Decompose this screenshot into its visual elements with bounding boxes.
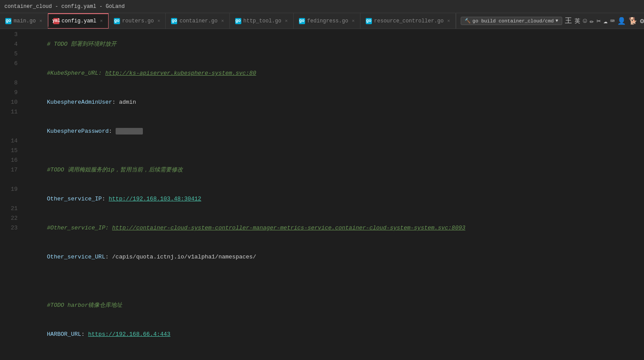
code-line-3: # TODO 部署到环境时放开 [26,30,644,59]
go-icon: go [171,18,177,24]
yaml-key: KubespherePassword [47,128,109,135]
code-line-16: HARBOR_ADMIN_USERNAME: admin [26,349,644,360]
build-icon: 🔨 [465,18,471,24]
yaml-colon: : [102,196,109,202]
build-dropdown-icon[interactable]: ▼ [556,18,558,23]
tab-close-btn[interactable]: × [447,18,450,24]
tab-label: fedingress.go [307,18,349,24]
yaml-key: Other_service_URL [47,254,106,260]
build-label: go build container_cloud/cmd [473,18,554,24]
code-line-5: KubesphereAdminUser: admin [26,88,644,117]
tab-label: routers.go [122,18,154,24]
code-line-15: HARBOR_URL: https://192.168.66.4:443 [26,320,644,349]
code-editor[interactable]: # TODO 部署到环境时放开 #KubeSphere_URL: http://… [22,29,644,360]
code-line-7 [26,146,644,156]
window-title: container_cloud - config.yaml - GoLand [4,4,125,10]
toolbar-right: 🔨 go build container_cloud/cmd ▼ 王 英 ☺ ✏… [456,13,644,29]
tab-http-tool-go[interactable]: go http_tool.go × [230,13,294,29]
emoji-icon[interactable]: ☺ [583,17,587,25]
user-icon[interactable]: 👤 [617,17,626,25]
code-line-4: #KubeSphere_URL: http://ks-apiserver.kub… [26,59,644,88]
line-numbers: 3 4 5 6 8 9 10 11 14 15 16 17 19 21 22 2… [0,29,22,360]
yaml-colon: : [112,99,119,105]
code-line-14: #TODO harbor镜像仓库地址 [26,291,644,320]
tab-close-btn[interactable]: × [352,18,355,24]
go-icon: go [366,18,372,24]
titlebar: container_cloud - config.yaml - GoLand [0,0,644,13]
tab-close-btn[interactable]: × [100,18,103,24]
go-icon: go [299,18,305,24]
tab-routers-go[interactable]: go routers.go × [109,13,166,29]
code-line-10: #Other_service_IP: http://container-clou… [26,214,644,243]
yaml-value: /capis/quota.ictnj.io/v1alpha1/namespace… [112,254,256,260]
code-line-9: Other_service_IP: http://192.168.103.48:… [26,185,644,214]
keyboard-icon[interactable]: ⌨ [610,17,615,25]
code-line-13 [26,281,644,291]
yaml-colon: : [81,331,88,338]
yaml-icon: yml [53,18,59,24]
yaml-colon: : [109,128,116,135]
comment-text: # TODO 部署到环境时放开 [47,41,117,47]
comment-text: #KubeSphere_URL: [47,70,106,76]
editor: 3 4 5 6 8 9 10 11 14 15 16 17 19 21 22 2… [0,29,644,360]
blurred-value: ██ ████ [116,128,143,135]
code-line-11: Other_service_URL: /capis/quota.ictnj.io… [26,243,644,272]
yaml-url-value: https://192.168.66.4:443 [88,331,170,338]
code-line-6: KubespherePassword: ██ ████ [26,117,644,146]
comment-text: #Other_service_IP: [47,225,112,231]
comment-text: #TODO 调用梅姐服务的ip，暂用当前，后续需要修改 [47,167,183,173]
yaml-colon: : [105,254,112,260]
tab-close-btn[interactable]: × [157,18,160,24]
yaml-url-value: http://192.168.103.48:30412 [109,196,201,202]
icon-wang[interactable]: 王 [565,16,572,25]
tab-main-go[interactable]: go main.go × [0,13,48,29]
dog-icon[interactable]: 🐕 [629,17,637,25]
icon-ying[interactable]: 英 [575,17,580,25]
code-line-12 [26,272,644,281]
tab-fedingress-go[interactable]: go fedingress.go × [294,13,360,29]
comment-url: http://container-cloud-system-controller… [112,225,466,231]
tab-label: main.go [14,18,36,24]
go-icon: go [114,18,120,24]
tab-label: resource_controller.go [374,18,444,24]
go-icon: go [5,18,11,24]
go-icon: go [235,18,241,24]
yaml-key: HARBOR_URL [47,331,81,338]
yaml-key: KubesphereAdminUser [47,99,112,105]
tab-label: config.yaml [62,18,96,24]
settings-icon[interactable]: ⚙ [640,17,644,25]
cloud-icon[interactable]: ☁ [604,17,608,25]
tab-config-yaml[interactable]: yml config.yaml × [48,13,109,29]
scissors-icon[interactable]: ✂ [597,17,601,25]
tabbar: go main.go × yml config.yaml × go router… [0,13,644,29]
comment-text: #TODO harbor镜像仓库地址 [47,302,123,309]
tab-resource-controller-go[interactable]: go resource_controller.go × [360,13,456,29]
code-line-8: #TODO 调用梅姐服务的ip，暂用当前，后续需要修改 [26,156,644,185]
yaml-value: admin [119,99,136,105]
tab-close-btn[interactable]: × [221,18,224,24]
build-button[interactable]: 🔨 go build container_cloud/cmd ▼ [461,17,562,25]
tab-label: container.go [179,18,217,24]
comment-url: http://ks-apiserver.kubesphere-system.sv… [105,70,256,76]
tab-label: http_tool.go [244,18,281,24]
edit-icon[interactable]: ✏ [589,17,594,25]
yaml-key: Other_service_IP [47,196,102,202]
tab-close-btn[interactable]: × [39,18,42,24]
tab-container-go[interactable]: go container.go × [166,13,229,29]
tab-close-btn[interactable]: × [285,18,288,24]
